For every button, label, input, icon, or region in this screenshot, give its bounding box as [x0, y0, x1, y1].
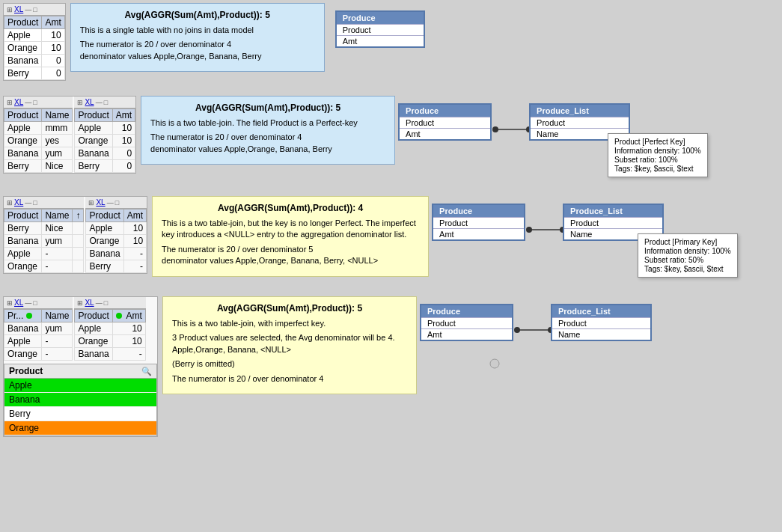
- xl-link[interactable]: XL: [14, 198, 23, 207]
- cell: 10: [112, 335, 145, 348]
- row1-formula: Avg(AGGR(Sum(Amt),Product)): 5: [80, 10, 315, 20]
- row2-table1-panel: ⊞ XL — □ ProductName Applemmm Orangeyes …: [4, 97, 73, 173]
- svg-point-9: [490, 359, 499, 368]
- col-amt: Amt: [42, 16, 64, 29]
- col-product: Product: [75, 310, 112, 322]
- cell: -: [42, 348, 73, 361]
- col-amt: Amt: [112, 310, 145, 322]
- cell-amt: 0: [42, 55, 64, 67]
- box-icon: □: [104, 99, 108, 106]
- row4-table2: Product Amt Apple10 Orange10 Banana-: [74, 309, 145, 361]
- erd-field-amt: Amt: [400, 128, 490, 139]
- row2-table2: ProductAmt Apple10 Orange10 Banana0 Berr…: [74, 108, 135, 173]
- cell: 0: [112, 147, 135, 160]
- col-product: Product: [4, 109, 42, 122]
- row3-table2: ProductAmt Apple10 Orange10 Banana- Berr…: [85, 209, 147, 273]
- row2-formula: Avg(AGGR(Sum(Amt),Product)): 5: [150, 103, 385, 113]
- cell: 10: [112, 322, 145, 335]
- cell: Apple: [4, 248, 42, 260]
- grid-icon: ⊞: [7, 6, 13, 13]
- dot-green-indicator: [26, 313, 32, 319]
- svg-point-7: [514, 327, 520, 333]
- cell: Banana: [75, 147, 112, 160]
- col-amt: Amt: [112, 109, 135, 122]
- table-row: Apple-: [4, 335, 73, 348]
- tooltip-line2: Information density: 100%: [614, 147, 701, 155]
- row3-formula: Avg(AGGR(Sum(Amt),Product)): 4: [162, 203, 419, 213]
- row2-t1-header: ⊞ XL — □: [4, 97, 73, 108]
- cell: [73, 222, 84, 235]
- row4-desc-p4: The numerator is 20 / over denominator 4: [172, 373, 407, 385]
- cell: Banana: [4, 147, 42, 160]
- row1-desc: Avg(AGGR(Sum(Amt),Product)): 5 This is a…: [70, 3, 325, 72]
- table-row: Bananayum: [4, 322, 73, 335]
- cell: 10: [123, 222, 146, 235]
- tooltip-line3: Subset ratio: 100%: [614, 156, 701, 164]
- erd-produce-list-2-header: Produce_List: [531, 105, 629, 117]
- table-row: Apple10: [4, 29, 65, 42]
- table-row: Orange10: [75, 135, 135, 147]
- tooltip-perfect-key: Product [Perfect Key] Information densit…: [608, 133, 708, 177]
- row3-desc: Avg(AGGR(Sum(Amt),Product)): 4 This is a…: [152, 196, 429, 277]
- erd-field-product: Product: [564, 217, 662, 228]
- row3-table1: ProductName↑ BerryNice Bananayum Apple- …: [4, 209, 84, 273]
- table-row: Applemmm: [4, 122, 73, 135]
- row3-diagram: Produce Product Amt Produce_List Product…: [432, 196, 746, 293]
- cell: Banana: [4, 235, 42, 248]
- cell: yum: [42, 147, 73, 160]
- table-row: Bananayum: [4, 147, 73, 160]
- grid-icon: ⊞: [7, 99, 13, 106]
- erd-field-product: Product: [552, 317, 650, 328]
- erd-produce-1: Produce Product Amt: [335, 10, 425, 48]
- xl-link[interactable]: XL: [96, 198, 105, 207]
- xl-link[interactable]: XL: [14, 98, 23, 106]
- xl-link[interactable]: XL: [85, 299, 94, 307]
- cell: [73, 260, 84, 273]
- cell: Berry: [86, 260, 123, 273]
- search-icon[interactable]: 🔍: [141, 367, 152, 376]
- erd-produce-2: Produce Product Amt: [398, 103, 492, 141]
- row3-desc-p2: The numerator is 20 / over denominator 5…: [162, 244, 419, 267]
- cell-amt: 10: [42, 42, 64, 55]
- minus-icon: —: [25, 199, 31, 207]
- filter-list: Apple Banana Berry Orange: [4, 379, 156, 435]
- tooltip-line1: Product [Primary Key]: [644, 238, 731, 246]
- table-row: Berry0: [4, 67, 65, 80]
- box-icon: □: [33, 6, 37, 13]
- tooltip-primary-key: Product [Primary Key] Information densit…: [638, 233, 738, 278]
- cell: -: [42, 248, 73, 260]
- row1-desc-p2: The numerator is 20 / over denominator 4…: [80, 39, 315, 62]
- erd-field-amt: Amt: [421, 328, 512, 340]
- xl-link[interactable]: XL: [14, 299, 23, 307]
- cell: Berry: [4, 160, 42, 173]
- erd-field-product: Product: [531, 117, 629, 128]
- row4-desc: Avg(AGGR(Sum(Amt),Product)): 5 This is a…: [162, 296, 417, 394]
- cell: Banana: [4, 322, 42, 335]
- row-3: ⊞ XL — □ ProductName↑ BerryNice Bananayu…: [3, 196, 779, 293]
- row2-table2-panel: ⊞ XL — □ ProductAmt Apple10 Orange10 Ban…: [74, 97, 135, 173]
- tooltip-line3: Subset ratio: 50%: [644, 256, 731, 264]
- cell: Apple: [4, 122, 42, 135]
- cell: -: [112, 348, 145, 361]
- row2-table1: ProductName Applemmm Orangeyes Bananayum…: [4, 108, 73, 173]
- cell: 10: [112, 135, 135, 147]
- filter-item-orange[interactable]: Orange: [4, 421, 156, 435]
- col-amt: Amt: [123, 210, 146, 222]
- minus-icon: —: [25, 299, 31, 307]
- cell: Orange: [75, 135, 112, 147]
- table-row: Banana0: [75, 147, 135, 160]
- xl-link[interactable]: XL: [14, 5, 23, 13]
- filter-item-apple[interactable]: Apple: [4, 379, 156, 393]
- minus-icon: —: [96, 99, 103, 106]
- filter-item-banana[interactable]: Banana: [4, 393, 156, 407]
- row4-tables-inner: ⊞ XL — □ Pr... Name Banana: [4, 297, 157, 361]
- row4-desc-p3: (Berry is omitted): [172, 358, 407, 370]
- cell-product: Banana: [4, 55, 42, 67]
- xl-link[interactable]: XL: [85, 98, 94, 106]
- minus-icon: —: [25, 6, 31, 13]
- svg-point-4: [526, 227, 532, 233]
- row2-diagram: Produce Product Amt Produce_List Product…: [398, 96, 712, 193]
- erd-field-product: Product: [400, 117, 490, 128]
- filter-item-berry[interactable]: Berry: [4, 407, 156, 421]
- col-sort: ↑: [73, 210, 84, 222]
